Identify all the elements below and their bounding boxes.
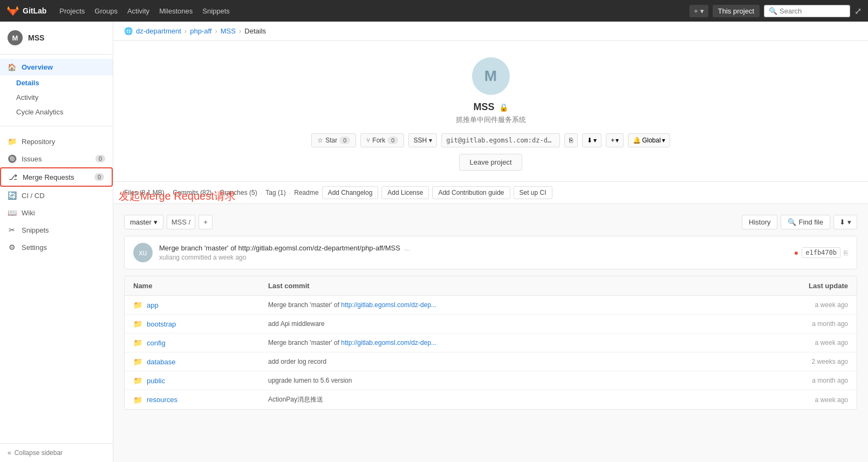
issues-badge: 0: [95, 155, 105, 162]
plus-new-button[interactable]: + ▾: [689, 5, 708, 17]
star-count: 0: [339, 137, 350, 144]
sidebar-item-label: Repository: [22, 138, 55, 146]
add-file-header-button[interactable]: + ▾: [606, 133, 624, 147]
folder-icon: 📁: [133, 320, 142, 328]
sidebar-item-overview[interactable]: 🏠 Overview: [0, 59, 113, 76]
file-label[interactable]: public: [147, 377, 165, 385]
file-stats-toolbar: Files (8.1 MB) · Commits (82) · Branches…: [113, 182, 868, 204]
ssh-select[interactable]: SSH ▾: [408, 133, 437, 147]
navbar: GitLab Projects Groups Activity Mileston…: [0, 0, 868, 22]
breadcrumb-mss[interactable]: MSS: [221, 27, 236, 35]
readme-link[interactable]: Readme: [294, 189, 318, 196]
table-row: 📁 config Merge branch 'master' of http:/…: [125, 334, 857, 352]
file-table: Name Last commit Last update 📁 app Merge…: [124, 276, 857, 410]
nav-projects[interactable]: Projects: [55, 5, 89, 17]
sidebar-item-merge-requests[interactable]: ⎇ Merge Requests 0: [0, 167, 113, 187]
copy-hash-icon[interactable]: ⎘: [844, 249, 848, 257]
file-name: 📁 app: [133, 301, 268, 309]
commit-box: xu Merge branch 'master' of http://gitla…: [124, 236, 857, 269]
sidebar-divider-1: [0, 126, 113, 126]
commit-status-icon: ●: [794, 248, 798, 257]
search-input[interactable]: [780, 7, 844, 15]
file-commit: add Api middleware: [268, 320, 767, 328]
sidebar-item-ci-cd[interactable]: 🔄 CI / CD: [0, 187, 113, 204]
wiki-icon: 📖: [8, 208, 16, 217]
this-project-button[interactable]: This project: [713, 5, 760, 17]
breadcrumb-dz-department[interactable]: dz-department: [136, 27, 181, 35]
sidebar: M MSS 🏠 Overview Details Activity Cycle …: [0, 22, 113, 462]
file-label[interactable]: bootstrap: [147, 320, 176, 328]
sidebar-item-settings[interactable]: ⚙ Settings: [0, 239, 113, 256]
copy-ssh-button[interactable]: ⎘: [564, 133, 578, 147]
star-button[interactable]: ☆ Star 0: [311, 133, 356, 147]
add-contribution-button[interactable]: Add Contribution guide: [432, 186, 510, 199]
settings-icon: ⚙: [8, 243, 16, 252]
sidebar-user: M MSS: [0, 22, 113, 55]
overview-section: 🏠 Overview Details Activity Cycle Analyt…: [0, 55, 113, 124]
download-button[interactable]: ⬇ ▾: [582, 133, 602, 147]
nav-activity[interactable]: Activity: [123, 5, 154, 17]
nav-milestones[interactable]: Milestones: [155, 5, 197, 17]
main-content: 🌐 dz-department › php-aff › MSS › Detail…: [113, 22, 868, 462]
fork-button[interactable]: ⑂ Fork 0: [360, 133, 404, 147]
add-changelog-button[interactable]: Add Changelog: [322, 186, 379, 199]
sidebar-item-wiki[interactable]: 📖 Wiki: [0, 204, 113, 221]
file-table-header: Name Last commit Last update: [125, 276, 857, 296]
lock-icon: 🔒: [499, 103, 508, 112]
file-label[interactable]: app: [147, 301, 159, 309]
search-icon: 🔍: [769, 7, 777, 15]
home-icon: 🏠: [8, 63, 16, 71]
file-date: a week ago: [767, 301, 848, 309]
file-date: a week ago: [767, 339, 848, 346]
branches-stat[interactable]: Branches (5): [220, 189, 257, 196]
folder-icon: 📁: [133, 338, 142, 347]
add-file-button[interactable]: +: [199, 215, 213, 229]
nav-snippets[interactable]: Snippets: [198, 5, 234, 17]
repo-path: MSS /: [167, 215, 195, 229]
file-commit: add order log record: [268, 358, 767, 365]
commits-stat[interactable]: Commits (82): [173, 189, 211, 196]
notification-button[interactable]: 🔔 Global ▾: [628, 133, 670, 147]
table-row: 📁 bootstrap add Api middleware a month a…: [125, 315, 857, 334]
brand-name: GitLab: [23, 6, 46, 15]
folder-icon: 📁: [133, 376, 142, 385]
collapse-icon: «: [8, 449, 11, 457]
file-label[interactable]: resources: [147, 396, 177, 404]
file-date: a month ago: [767, 377, 848, 384]
files-stat[interactable]: Files (8.1 MB): [124, 189, 165, 196]
file-label[interactable]: config: [147, 339, 166, 347]
project-description: 抓推单中间件服务系统: [124, 115, 857, 125]
history-button[interactable]: History: [742, 215, 777, 229]
find-file-button[interactable]: 🔍 Find file: [781, 215, 830, 229]
search-file-icon: 🔍: [788, 218, 796, 226]
nav-groups[interactable]: Groups: [90, 5, 122, 17]
repo-actions: History 🔍 Find file ⬇ ▾: [742, 215, 857, 229]
collapse-sidebar-button[interactable]: « Collapse sidebar: [0, 443, 113, 462]
tag-stat[interactable]: Tag (1): [265, 189, 285, 196]
sidebar-sub-activity[interactable]: Activity: [0, 90, 113, 105]
add-license-button[interactable]: Add License: [381, 186, 429, 199]
leave-project-button[interactable]: Leave project: [459, 154, 522, 171]
commit-meta: xuliang committed a week ago: [159, 254, 788, 261]
folder-icon: 📁: [133, 301, 142, 309]
repo-download-button[interactable]: ⬇ ▾: [833, 215, 857, 229]
navbar-right: + ▾ This project 🔍 ⤢: [689, 5, 862, 17]
file-label[interactable]: database: [147, 358, 176, 366]
sidebar-sub-cycle-analytics[interactable]: Cycle Analytics: [0, 105, 113, 119]
expand-icon[interactable]: ⤢: [855, 6, 862, 16]
bell-icon: 🔔: [633, 137, 641, 144]
breadcrumb-php-aff[interactable]: php-aff: [190, 27, 211, 35]
branch-dropdown[interactable]: master ▾: [124, 215, 163, 229]
commit-link[interactable]: http://gitlab.egomsl.com/dz-dep...: [341, 339, 436, 346]
sidebar-item-repository[interactable]: 📁 Repository: [0, 133, 113, 150]
commit-link[interactable]: http://gitlab.egomsl.com/dz-dep...: [341, 301, 436, 309]
sidebar-sub-details[interactable]: Details: [0, 76, 113, 90]
user-name: MSS: [28, 33, 44, 42]
gitlab-logo-icon: [6, 4, 19, 17]
sidebar-item-issues[interactable]: 🔘 Issues 0: [0, 150, 113, 167]
sidebar-item-snippets[interactable]: ✂ Snippets: [0, 221, 113, 239]
project-actions: ☆ Star 0 ⑂ Fork 0 SSH ▾ git@gitlab.egoms…: [124, 133, 857, 147]
setup-ci-button[interactable]: Set up CI: [514, 186, 552, 199]
brand[interactable]: GitLab: [6, 4, 46, 17]
project-name-row: MSS 🔒: [124, 101, 857, 113]
